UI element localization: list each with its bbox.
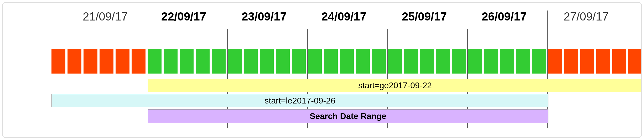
slot-in-range: [500, 49, 514, 74]
slot-out-of-range: [84, 49, 97, 74]
slot-in-range: [452, 49, 466, 74]
slot-in-range: [212, 49, 226, 74]
bar-search-range: Search Date Range: [148, 109, 548, 123]
slot-in-range: [532, 49, 546, 74]
slot-in-range: [388, 49, 402, 74]
slot-out-of-range: [596, 49, 610, 74]
bar-start-le: start=le2017-09-26: [51, 94, 548, 107]
slot-out-of-range: [100, 49, 113, 74]
slot-in-range: [484, 49, 498, 74]
bar-label: start=le2017-09-26: [264, 96, 335, 106]
slot-in-range: [228, 49, 242, 74]
slot-out-of-range: [548, 49, 562, 74]
slot-in-range: [324, 49, 338, 74]
slot-blocks-row: [51, 49, 642, 74]
date-label: 24/09/17: [321, 10, 366, 23]
date-label: 25/09/17: [402, 10, 447, 23]
bar-start-ge: start=ge2017-09-22: [148, 79, 642, 92]
slot-out-of-range: [132, 49, 146, 74]
slot-out-of-range: [67, 49, 81, 74]
slot-in-range: [180, 49, 194, 74]
slot-in-range: [372, 49, 386, 74]
slot-out-of-range: [116, 49, 129, 74]
slot-in-range: [420, 49, 434, 74]
slot-out-of-range: [612, 49, 626, 74]
bar-label: Search Date Range: [310, 111, 386, 121]
slot-in-range: [276, 49, 290, 74]
date-label: 27/09/17: [564, 10, 609, 23]
bar-label: start=ge2017-09-22: [358, 81, 432, 90]
slot-in-range: [308, 49, 322, 74]
slot-in-range: [436, 49, 450, 74]
slot-in-range: [164, 49, 178, 74]
slot-out-of-range: [51, 49, 65, 74]
date-label: 26/09/17: [482, 10, 527, 23]
slot-in-range: [244, 49, 258, 74]
timeline-diagram: 21/09/17 22/09/17 23/09/17 24/09/17 25/0…: [2, 2, 642, 138]
slot-in-range: [292, 49, 306, 74]
slot-in-range: [356, 49, 370, 74]
date-label: 22/09/17: [161, 10, 206, 23]
slot-in-range: [260, 49, 274, 74]
slot-in-range: [468, 49, 482, 74]
slot-out-of-range: [580, 49, 594, 74]
slot-in-range: [404, 49, 418, 74]
slot-in-range: [148, 49, 162, 74]
date-label: 23/09/17: [242, 10, 287, 23]
slot-out-of-range: [564, 49, 578, 74]
slot-in-range: [340, 49, 354, 74]
slot-in-range: [516, 49, 530, 74]
date-label: 21/09/17: [83, 10, 128, 23]
slot-in-range: [196, 49, 210, 74]
slot-out-of-range: [628, 49, 642, 74]
